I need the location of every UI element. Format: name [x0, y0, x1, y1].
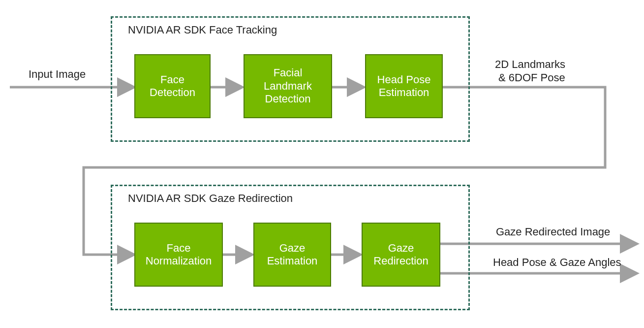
box-gaze-estimation: Gaze Estimation	[253, 223, 331, 287]
output2b-label: Head Pose & Gaze Angles	[493, 256, 621, 269]
output1-line2: & 6DOF Pose	[498, 71, 565, 84]
box-head-pose-estimation: Head Pose Estimation	[365, 54, 443, 118]
container1-title: NVIDIA AR SDK Face Tracking	[128, 24, 277, 36]
output1-line1: 2D Landmarks	[495, 58, 565, 71]
input-label: Input Image	[29, 68, 86, 81]
container2-title: NVIDIA AR SDK Gaze Redirection	[128, 192, 293, 205]
box-gaze-redirection: Gaze Redirection	[362, 223, 440, 287]
output2a-label: Gaze Redirected Image	[496, 226, 610, 238]
box-facial-landmark-detection: Facial Landmark Detection	[244, 54, 332, 118]
box-face-detection: Face Detection	[134, 54, 211, 118]
box-face-normalization: Face Normalization	[134, 223, 223, 287]
